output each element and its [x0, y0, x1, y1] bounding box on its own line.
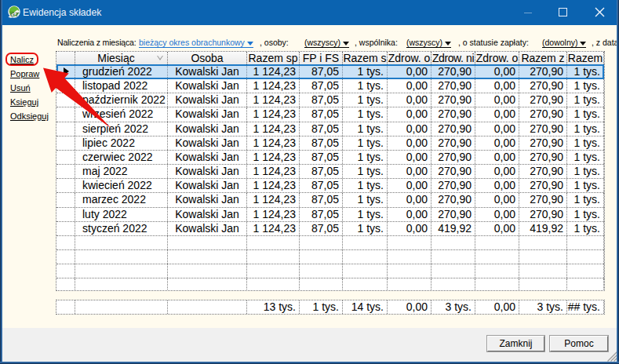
svg-text:GT: GT: [10, 11, 20, 18]
